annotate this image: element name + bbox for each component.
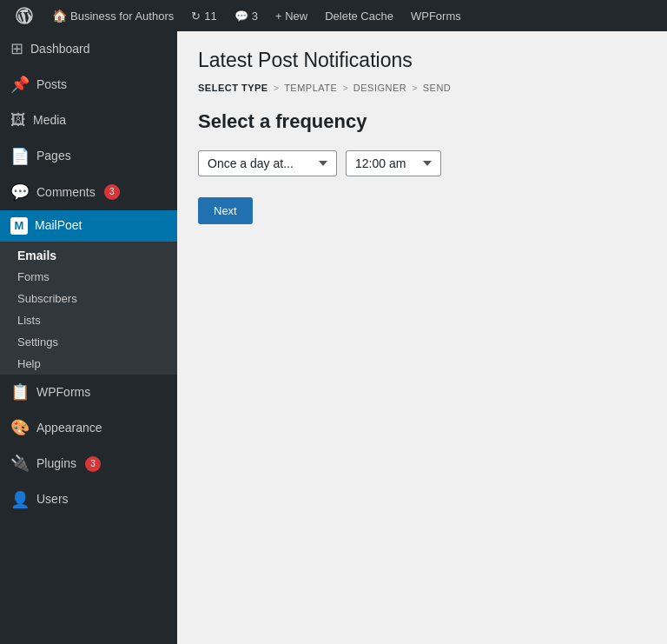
breadcrumb-sep-1: > (274, 83, 279, 93)
sidebar-item-label: Dashboard (30, 41, 90, 58)
sidebar-item-label: Users (36, 491, 69, 508)
appearance-icon: 🎨 (10, 417, 30, 439)
section-title: Select a frequency (198, 110, 646, 133)
sidebar-item-label: Comments (36, 184, 96, 202)
adminbar-updates[interactable]: ↻ 11 (184, 0, 223, 31)
sidebar-item-posts[interactable]: 📌 Posts (0, 67, 177, 103)
submenu-item-forms[interactable]: Forms (0, 266, 177, 288)
comments-icon: 💬 (234, 10, 248, 23)
updates-icon: ↻ (191, 10, 201, 23)
sidebar-item-label: Media (33, 112, 66, 129)
submenu-item-subscribers[interactable]: Subscribers (0, 288, 177, 309)
page-title: Latest Post Notifications (198, 49, 646, 72)
submenu-item-settings[interactable]: Settings (0, 331, 177, 353)
breadcrumb: SELECT TYPE > TEMPLATE > DESIGNER > SEND (198, 83, 646, 93)
sidebar-item-wpforms[interactable]: 📋 WPForms (0, 375, 177, 410)
wpforms-icon: 📋 (10, 382, 30, 403)
users-icon: 👤 (10, 489, 30, 511)
mailpoet-submenu: Emails Forms Subscribers Lists Settings … (0, 242, 177, 375)
comments-nav-icon: 💬 (10, 182, 30, 203)
breadcrumb-step-designer: DESIGNER (353, 83, 406, 93)
sidebar-item-media[interactable]: 🖼 Media (0, 103, 177, 138)
breadcrumb-sep-2: > (342, 83, 347, 93)
breadcrumb-step-send: SEND (423, 83, 452, 93)
submenu-item-help[interactable]: Help (0, 353, 177, 375)
dashboard-icon: ⊞ (10, 38, 23, 60)
frequency-row: Once a day at... Immediately Once a week… (198, 150, 646, 176)
sidebar-item-label: MailPoet (35, 217, 82, 235)
adminbar-site-name[interactable]: 🏠 Business for Authors (45, 0, 181, 31)
submenu-header-emails[interactable]: Emails (0, 242, 177, 266)
home-icon: 🏠 (52, 9, 67, 23)
sidebar-item-label: Plugins (36, 455, 76, 473)
next-button[interactable]: Next (198, 197, 253, 224)
posts-icon: 📌 (10, 74, 30, 96)
adminbar-wpforms[interactable]: WPForms (404, 0, 468, 31)
mailpoet-icon: M (10, 217, 28, 235)
main-layout: ⊞ Dashboard 📌 Posts 🖼 Media 📄 Pages 💬 Co… (0, 31, 667, 644)
breadcrumb-step-select-type: SELECT TYPE (198, 83, 268, 93)
plugins-icon: 🔌 (10, 453, 30, 475)
media-icon: 🖼 (10, 110, 26, 131)
sidebar: ⊞ Dashboard 📌 Posts 🖼 Media 📄 Pages 💬 Co… (0, 31, 177, 644)
sidebar-item-appearance[interactable]: 🎨 Appearance (0, 410, 177, 446)
sidebar-item-dashboard[interactable]: ⊞ Dashboard (0, 31, 177, 67)
adminbar-new[interactable]: + New (268, 0, 314, 31)
sidebar-item-label: Pages (36, 148, 71, 165)
frequency-select[interactable]: Once a day at... Immediately Once a week… (198, 150, 337, 176)
sidebar-item-label: Appearance (36, 420, 102, 437)
sidebar-item-label: Posts (36, 76, 67, 94)
wp-logo-button[interactable] (7, 0, 42, 31)
breadcrumb-step-template: TEMPLATE (284, 83, 337, 93)
submenu-item-lists[interactable]: Lists (0, 309, 177, 331)
breadcrumb-sep-3: > (412, 83, 417, 93)
pages-icon: 📄 (10, 146, 30, 168)
sidebar-item-mailpoet[interactable]: M MailPoet (0, 210, 177, 242)
plugins-badge: 3 (85, 456, 101, 472)
main-content: Latest Post Notifications SELECT TYPE > … (177, 31, 667, 644)
comments-badge: 3 (104, 184, 120, 200)
admin-bar: 🏠 Business for Authors ↻ 11 💬 3 + New De… (0, 0, 667, 31)
time-select[interactable]: 12:00 am 1:00 am 2:00 am 3:00 am 6:00 am… (346, 150, 441, 176)
adminbar-comments[interactable]: 💬 3 (228, 0, 265, 31)
sidebar-item-label: WPForms (36, 384, 90, 402)
sidebar-item-plugins[interactable]: 🔌 Plugins 3 (0, 446, 177, 481)
sidebar-item-comments[interactable]: 💬 Comments 3 (0, 175, 177, 210)
adminbar-delete-cache[interactable]: Delete Cache (318, 0, 400, 31)
sidebar-item-users[interactable]: 👤 Users (0, 482, 177, 518)
sidebar-item-pages[interactable]: 📄 Pages (0, 139, 177, 175)
